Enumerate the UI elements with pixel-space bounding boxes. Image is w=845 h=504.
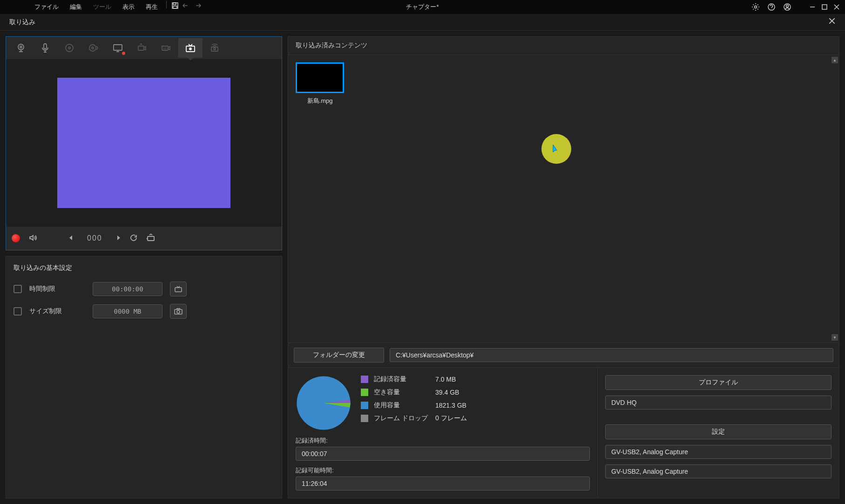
source-disc-import-icon[interactable] xyxy=(81,38,106,58)
source-toolbar: HD xyxy=(6,37,282,59)
free-label: 空き容量 xyxy=(374,388,430,396)
maximize-icon[interactable] xyxy=(820,2,829,12)
account-icon[interactable] xyxy=(783,2,792,12)
folder-row: フォルダーの変更 C:¥Users¥arcsa¥Desktop¥ xyxy=(288,343,839,367)
tv-settings-icon[interactable] xyxy=(170,282,187,296)
source-broadcast-icon[interactable] xyxy=(203,38,227,58)
source-webcam-icon[interactable] xyxy=(9,38,33,58)
recorded-time-value: 00:00:07 xyxy=(296,447,590,461)
svg-point-22 xyxy=(214,48,216,50)
minimize-icon[interactable] xyxy=(808,2,817,12)
size-limit-label: サイズ制限 xyxy=(29,307,85,316)
menu-play[interactable]: 再生 xyxy=(141,1,162,13)
snapshot-icon[interactable] xyxy=(170,304,187,319)
svg-point-13 xyxy=(89,45,96,51)
svg-point-6 xyxy=(786,5,789,7)
framedrop-value: 0 フレーム xyxy=(435,414,467,423)
source-hdv-icon[interactable]: HD xyxy=(154,38,178,58)
save-icon[interactable] xyxy=(170,1,180,10)
info-section: 記録済容量 7.0 MB 空き容量 39.4 GB 使用容量 xyxy=(288,367,839,498)
next-icon[interactable] xyxy=(114,234,121,243)
preview-area xyxy=(6,59,282,227)
recorded-time-label: 記録済時間: xyxy=(296,437,590,445)
available-time-value: 11:26:04 xyxy=(296,477,590,491)
legend-framedrop: フレーム ドロップ 0 フレーム xyxy=(361,414,590,423)
sub-header-title: 取り込み xyxy=(9,18,35,27)
free-value: 39.4 GB xyxy=(435,389,459,396)
size-limit-row: サイズ制限 0000 MB xyxy=(14,304,274,319)
menu-tool: ツール xyxy=(88,1,116,13)
scroll-down-icon[interactable]: ▼ xyxy=(831,334,838,341)
recorded-label: 記録済容量 xyxy=(374,375,430,383)
device1-field[interactable]: GV-USB2, Analog Capture xyxy=(605,445,831,459)
settings-title: 取り込みの基本設定 xyxy=(14,264,274,272)
legend-used: 使用容量 1821.3 GB xyxy=(361,401,590,410)
title-bar: ファイル 編集 ツール 表示 再生 チャプター* xyxy=(0,0,845,14)
svg-point-14 xyxy=(92,47,94,49)
profile-button[interactable]: プロファイル xyxy=(605,375,831,390)
record-button[interactable] xyxy=(12,234,20,242)
counter-display: 000 xyxy=(87,234,102,242)
redo-icon[interactable] xyxy=(193,1,202,10)
source-mic-icon[interactable] xyxy=(33,38,57,58)
menu-view[interactable]: 表示 xyxy=(118,1,139,13)
change-folder-button[interactable]: フォルダーの変更 xyxy=(294,348,384,363)
prev-icon[interactable] xyxy=(68,234,76,243)
capture-panel: HD 000 xyxy=(6,36,282,250)
svg-rect-16 xyxy=(138,46,144,50)
swatch-free xyxy=(361,389,368,396)
size-limit-checkbox[interactable] xyxy=(14,307,22,316)
thumbnail-item: 新島.mpg xyxy=(296,62,344,105)
time-limit-checkbox[interactable] xyxy=(14,285,22,293)
legend-recorded: 記録済容量 7.0 MB xyxy=(361,375,590,383)
device2-field[interactable]: GV-USB2, Analog Capture xyxy=(605,464,831,478)
menu-file[interactable]: ファイル xyxy=(30,1,63,13)
right-panel: 取り込み済みコンテンツ 新島.mpg ▲ ▼ フォルダーの変更 C:¥Users… xyxy=(288,36,839,498)
svg-point-12 xyxy=(68,47,70,49)
svg-rect-23 xyxy=(148,236,154,241)
svg-rect-2 xyxy=(173,6,177,8)
captured-content-grid: 新島.mpg ▲ ▼ xyxy=(288,55,839,343)
profile-value[interactable]: DVD HQ xyxy=(605,396,831,410)
storage-panel: 記録済容量 7.0 MB 空き容量 39.4 GB 使用容量 xyxy=(288,368,598,498)
svg-point-11 xyxy=(66,44,73,52)
recorded-value: 7.0 MB xyxy=(435,376,456,383)
device-settings-button[interactable]: 設定 xyxy=(605,424,831,439)
main-content: HD 000 xyxy=(0,31,845,504)
thumbnail-preview[interactable] xyxy=(296,62,344,93)
svg-rect-10 xyxy=(44,44,47,49)
cursor-highlight xyxy=(541,134,571,164)
close-icon[interactable] xyxy=(832,2,841,12)
sub-header: 取り込み xyxy=(0,14,845,31)
time-limit-label: 時間制限 xyxy=(29,285,85,293)
time-limit-input[interactable]: 00:00:00 xyxy=(93,282,162,296)
gear-icon[interactable] xyxy=(751,2,760,12)
undo-icon[interactable] xyxy=(182,1,191,10)
available-time-label: 記録可能時間: xyxy=(296,466,590,475)
size-limit-input[interactable]: 0000 MB xyxy=(93,304,162,318)
source-dv-icon[interactable] xyxy=(130,38,154,58)
source-tv-icon[interactable] xyxy=(178,38,203,58)
eject-icon[interactable] xyxy=(146,234,155,243)
volume-icon[interactable] xyxy=(28,233,38,244)
help-icon[interactable] xyxy=(767,2,776,12)
source-cd-icon[interactable] xyxy=(57,38,81,58)
preview-video xyxy=(57,78,230,208)
swatch-recorded xyxy=(361,376,368,383)
scrollbar-vertical[interactable]: ▲ ▼ xyxy=(831,57,838,341)
sub-header-close-icon[interactable] xyxy=(828,17,836,27)
used-value: 1821.3 GB xyxy=(435,402,466,409)
menu-divider xyxy=(166,1,167,8)
storage-legend: 記録済容量 7.0 MB 空き容量 39.4 GB 使用容量 xyxy=(361,375,590,431)
menu-edit[interactable]: 編集 xyxy=(65,1,87,13)
source-screen-icon[interactable] xyxy=(106,38,130,58)
title-right-controls xyxy=(751,2,841,12)
scroll-up-icon[interactable]: ▲ xyxy=(831,57,838,63)
thumbnail-label: 新島.mpg xyxy=(307,97,333,105)
folder-path-field[interactable]: C:¥Users¥arcsa¥Desktop¥ xyxy=(390,348,833,362)
refresh-icon[interactable] xyxy=(129,234,138,243)
window-title: チャプター* xyxy=(406,3,439,11)
framedrop-label: フレーム ドロップ xyxy=(374,414,430,423)
svg-point-3 xyxy=(755,6,757,8)
capture-settings-panel: 取り込みの基本設定 時間制限 00:00:00 サイズ制限 0000 MB xyxy=(6,256,282,498)
